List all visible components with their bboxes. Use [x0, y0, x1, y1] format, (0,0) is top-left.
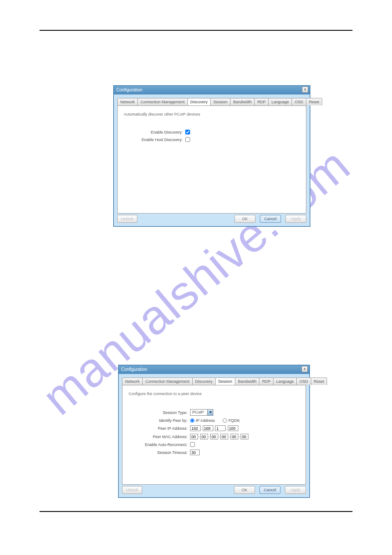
- peer-mac-6[interactable]: [241, 434, 248, 439]
- session-panel: Configure the connection to a peer devic…: [122, 385, 306, 485]
- tab-reset[interactable]: Reset: [311, 377, 327, 385]
- tab-rdp[interactable]: RDP: [254, 98, 269, 105]
- enable-discovery-label: Enable Discovery:: [124, 130, 185, 134]
- session-type-select[interactable]: PCoIP: [190, 409, 213, 416]
- fqdn-text: FQDN: [228, 418, 240, 423]
- peer-mac-1[interactable]: [190, 434, 198, 439]
- dash: -: [239, 435, 240, 439]
- ip-address-radio-label[interactable]: IP Address: [190, 418, 215, 423]
- row-peer-mac: Peer MAC Address: - - - - -: [129, 434, 299, 439]
- row-session-timeout: Session Timeout:: [129, 450, 299, 455]
- dash: -: [219, 435, 220, 439]
- ip-address-radio[interactable]: [190, 418, 194, 423]
- tab-connection-management[interactable]: Connection Management: [137, 98, 188, 105]
- enable-auto-reconnect-checkbox[interactable]: [190, 442, 195, 447]
- tab-rdp[interactable]: RDP: [259, 377, 273, 385]
- tab-bandwidth[interactable]: Bandwidth: [230, 98, 255, 105]
- tab-strip: Network Connection Management Discovery …: [117, 98, 306, 105]
- enable-discovery-checkbox[interactable]: [185, 130, 190, 134]
- row-peer-ip: Peer IP Address: . . .: [129, 425, 299, 431]
- dialog-title: Configuration: [121, 367, 147, 372]
- identify-peer-by-group: IP Address FQDN: [190, 418, 248, 423]
- dash: -: [229, 435, 230, 439]
- dot: .: [201, 426, 202, 431]
- peer-ip-label: Peer IP Address:: [129, 426, 190, 431]
- peer-ip-group: . . .: [190, 425, 238, 431]
- discovery-panel: Automatically discover other PCoIP devic…: [117, 105, 306, 214]
- row-session-type: Session Type: PCoIP: [129, 409, 299, 416]
- tab-osd[interactable]: OSD: [296, 377, 311, 385]
- tab-osd[interactable]: OSD: [291, 98, 306, 105]
- tab-session[interactable]: Session: [215, 377, 235, 385]
- tab-strip: Network Connection Management Discovery …: [122, 377, 306, 385]
- peer-ip-octet-3[interactable]: [215, 425, 226, 431]
- tab-language[interactable]: Language: [268, 98, 292, 105]
- tab-network[interactable]: Network: [122, 377, 143, 385]
- peer-mac-group: - - - - -: [190, 434, 248, 439]
- top-rule: [40, 30, 352, 31]
- tab-network[interactable]: Network: [117, 98, 138, 105]
- fqdn-radio-label[interactable]: FQDN: [223, 418, 240, 423]
- enable-host-discovery-label: Enable Host Discovery:: [124, 138, 185, 142]
- row-identify-peer-by: Identify Peer by: IP Address FQDN: [129, 418, 299, 423]
- enable-auto-reconnect-label: Enable Auto-Reconnect:: [129, 443, 190, 447]
- ip-address-text: IP Address: [196, 418, 215, 423]
- peer-ip-octet-2[interactable]: [203, 425, 213, 431]
- close-button[interactable]: x: [302, 87, 308, 93]
- cancel-button[interactable]: Cancel: [259, 486, 281, 494]
- unlock-button[interactable]: Unlock: [122, 486, 142, 494]
- panel-description: Automatically discover other PCoIP devic…: [124, 112, 300, 116]
- dialog-buttons: Unlock OK Cancel Apply: [122, 486, 306, 494]
- tab-bandwidth[interactable]: Bandwidth: [235, 377, 259, 385]
- unlock-button[interactable]: Unlock: [117, 215, 137, 223]
- close-icon: x: [304, 366, 306, 371]
- peer-ip-octet-4[interactable]: [228, 425, 238, 431]
- configuration-dialog-discovery: Configuration x Network Connection Manag…: [113, 85, 310, 227]
- titlebar: Configuration x: [114, 86, 310, 94]
- peer-mac-label: Peer MAC Address:: [129, 435, 190, 439]
- tab-discovery[interactable]: Discovery: [187, 98, 211, 105]
- row-enable-host-discovery: Enable Host Discovery:: [124, 137, 300, 142]
- row-enable-discovery: Enable Discovery:: [124, 130, 300, 134]
- tab-connection-management[interactable]: Connection Management: [142, 377, 193, 385]
- close-icon: x: [304, 87, 306, 91]
- peer-ip-octet-1[interactable]: [190, 425, 201, 431]
- apply-button[interactable]: Apply: [285, 486, 306, 494]
- dot: .: [226, 426, 227, 431]
- dot: .: [214, 426, 215, 431]
- ok-button[interactable]: OK: [234, 215, 255, 223]
- identify-peer-by-label: Identify Peer by:: [129, 418, 190, 423]
- dialog-title: Configuration: [116, 87, 142, 92]
- session-timeout-input[interactable]: [190, 450, 200, 455]
- peer-mac-4[interactable]: [220, 434, 228, 439]
- cancel-button[interactable]: Cancel: [260, 215, 281, 223]
- session-type-value: PCoIP: [191, 410, 207, 415]
- fqdn-radio[interactable]: [223, 418, 227, 423]
- peer-mac-2[interactable]: [200, 434, 208, 439]
- session-type-label: Session Type:: [129, 410, 190, 415]
- enable-host-discovery-checkbox[interactable]: [185, 137, 190, 142]
- dash: -: [209, 435, 210, 439]
- dash: -: [198, 435, 200, 439]
- tab-session[interactable]: Session: [210, 98, 230, 105]
- close-button[interactable]: x: [302, 366, 308, 372]
- peer-mac-3[interactable]: [210, 434, 218, 439]
- apply-button[interactable]: Apply: [285, 215, 306, 223]
- ok-button[interactable]: OK: [234, 486, 255, 494]
- dropdown-arrow-icon: [207, 410, 213, 415]
- bottom-rule: [40, 511, 352, 512]
- row-auto-reconnect: Enable Auto-Reconnect:: [129, 442, 299, 447]
- tab-discovery[interactable]: Discovery: [192, 377, 216, 385]
- peer-mac-5[interactable]: [230, 434, 238, 439]
- tab-reset[interactable]: Reset: [306, 98, 323, 105]
- tab-language[interactable]: Language: [273, 377, 297, 385]
- configuration-dialog-session: Configuration x Network Connection Manag…: [118, 365, 310, 498]
- titlebar: Configuration x: [119, 365, 309, 374]
- session-timeout-label: Session Timeout:: [129, 450, 190, 455]
- dialog-buttons: Unlock OK Cancel Apply: [117, 215, 306, 223]
- panel-description: Configure the connection to a peer devic…: [129, 392, 299, 396]
